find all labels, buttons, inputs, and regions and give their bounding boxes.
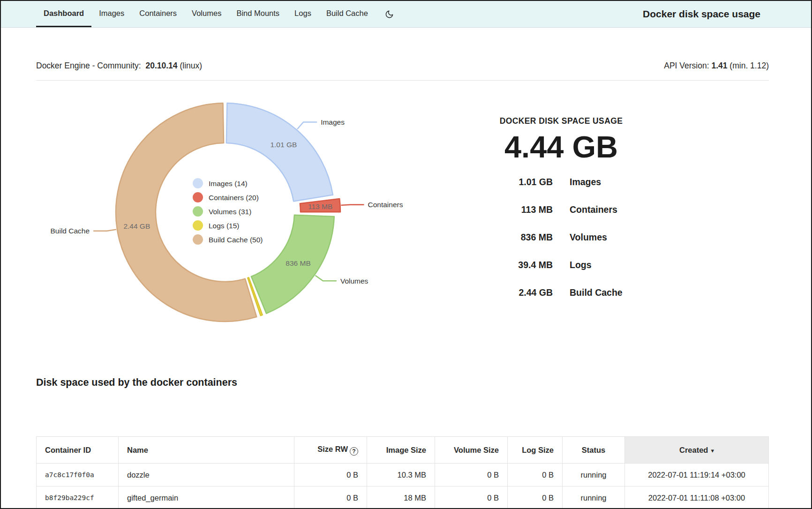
legend-item-build-cache: Build Cache (50) <box>193 234 263 245</box>
legend-swatch-build-cache <box>193 234 203 245</box>
callout-label-build-cache: Build Cache <box>51 227 90 235</box>
column-header-log-size[interactable]: Log Size <box>508 437 563 464</box>
total-disk-usage: 4.44 GB <box>451 129 671 165</box>
legend-swatch-containers <box>193 192 203 202</box>
callout-label-images: Images <box>321 118 345 126</box>
cell-created: 2022-07-01 11:19:14 +03:00 <box>625 464 769 487</box>
tab-volumes[interactable]: Volumes <box>184 1 229 27</box>
slice-value-label-containers: 113 MB <box>308 202 332 210</box>
disk-usage-summary-panel: DOCKER DISK SPACE USAGE 4.44 GB 1.01 GB … <box>451 116 671 307</box>
sort-desc-icon: ▾ <box>711 447 714 454</box>
tab-containers[interactable]: Containers <box>132 1 184 27</box>
tab-logs[interactable]: Logs <box>287 1 319 27</box>
callout-line-build-cache <box>94 230 116 231</box>
summary-value-build-cache: 2.44 GB <box>451 287 553 298</box>
dark-mode-toggle[interactable] <box>382 1 397 27</box>
cell-log-size: 0 B <box>508 487 563 509</box>
table-row: a7c8c17f0f0a dozzle 0 B 10.3 MB 0 B 0 B … <box>37 464 769 487</box>
column-header-status[interactable]: Status <box>563 437 625 464</box>
cell-size-rw: 0 B <box>294 487 367 509</box>
summary-label-images: Images <box>570 177 671 187</box>
legend-swatch-images <box>193 178 203 188</box>
column-header-volume-size[interactable]: Volume Size <box>435 437 508 464</box>
cell-volume-size: 0 B <box>435 487 508 509</box>
top-navigation-bar: Dashboard Images Containers Volumes Bind… <box>1 1 811 28</box>
cell-container-id: a7c8c17f0f0a <box>37 464 119 487</box>
engine-platform: (linux) <box>180 61 202 70</box>
summary-label-build-cache: Build Cache <box>570 287 671 298</box>
legend-item-logs: Logs (15) <box>193 220 239 231</box>
api-version-number: 1.41 <box>711 61 727 70</box>
legend-label-images: Images (14) <box>209 180 248 187</box>
legend-swatch-volumes <box>193 206 203 217</box>
legend-label-logs: Logs (15) <box>209 222 239 230</box>
slice-value-label-images: 1.01 GB <box>270 141 297 149</box>
callout-label-containers: Containers <box>368 201 403 209</box>
slice-value-label-build-cache: 2.44 GB <box>123 222 150 230</box>
disk-usage-chart-section: 1.01 GBImages113 MBContainers836 MBVolum… <box>36 81 769 362</box>
column-header-size-rw[interactable]: Size RW? <box>294 437 367 464</box>
cell-status: running <box>563 464 625 487</box>
column-header-name[interactable]: Name <box>119 437 294 464</box>
summary-rows: 1.01 GB Images 113 MB Containers 836 MB … <box>451 168 671 307</box>
summary-label-containers: Containers <box>570 204 671 215</box>
tab-bind-mounts[interactable]: Bind Mounts <box>229 1 287 27</box>
legend-swatch-logs <box>193 220 203 231</box>
page-title: Docker disk space usage <box>643 1 811 27</box>
summary-value-containers: 113 MB <box>451 204 553 215</box>
cell-status: running <box>563 487 625 509</box>
engine-version-number: 20.10.14 <box>145 61 177 70</box>
nav-tabs: Dashboard Images Containers Volumes Bind… <box>36 1 376 27</box>
table-header-row: Container ID Name Size RW? Image Size Vo… <box>37 437 769 464</box>
tab-images[interactable]: Images <box>91 1 132 27</box>
summary-label-logs: Logs <box>570 260 671 270</box>
summary-value-volumes: 836 MB <box>451 232 553 243</box>
legend-item-images: Images (14) <box>193 178 248 188</box>
api-min-version: (min. 1.12) <box>729 61 769 70</box>
cell-volume-size: 0 B <box>435 464 508 487</box>
cell-size-rw: 0 B <box>294 464 367 487</box>
legend-label-containers: Containers (20) <box>209 194 259 202</box>
cell-created: 2022-07-01 11:11:08 +03:00 <box>625 487 769 509</box>
cell-log-size: 0 B <box>508 464 563 487</box>
donut-chart: 1.01 GBImages113 MBContainers836 MBVolum… <box>36 81 449 362</box>
moon-icon <box>385 10 394 19</box>
summary-value-images: 1.01 GB <box>451 177 553 187</box>
engine-info-row: Docker Engine - Community: 20.10.14 (lin… <box>36 28 769 81</box>
containers-table-heading: Disk space used by the docker containers <box>36 377 769 389</box>
column-header-created[interactable]: Created▾ <box>625 437 769 464</box>
legend-label-build-cache: Build Cache (50) <box>209 236 263 244</box>
tab-build-cache[interactable]: Build Cache <box>319 1 376 27</box>
api-version-text: API Version: 1.41 (min. 1.12) <box>664 60 769 71</box>
summary-value-logs: 39.4 MB <box>451 260 553 270</box>
column-header-container-id[interactable]: Container ID <box>37 437 119 464</box>
tab-dashboard[interactable]: Dashboard <box>36 1 91 27</box>
docker-disk-usage-page: { "topbar": { "title": "Docker disk spac… <box>0 0 812 509</box>
help-icon[interactable]: ? <box>350 447 358 456</box>
engine-version-text: Docker Engine - Community: 20.10.14 (lin… <box>36 60 202 71</box>
legend-label-volumes: Volumes (31) <box>209 208 251 216</box>
slice-value-label-volumes: 836 MB <box>286 259 310 267</box>
main-content: Docker Engine - Community: 20.10.14 (lin… <box>1 28 811 509</box>
cell-container-id: b8f29ba229cf <box>37 487 119 509</box>
cell-name: dozzle <box>119 464 294 487</box>
callout-line-containers <box>342 205 364 205</box>
column-header-image-size[interactable]: Image Size <box>367 437 435 464</box>
callout-label-volumes: Volumes <box>340 277 368 285</box>
legend-item-containers: Containers (20) <box>193 192 259 202</box>
table-row: b8f29ba229cf gifted_germain 0 B 18 MB 0 … <box>37 487 769 509</box>
cell-name: gifted_germain <box>119 487 294 509</box>
callout-line-images <box>298 122 316 128</box>
cell-image-size: 18 MB <box>367 487 435 509</box>
containers-table: Container ID Name Size RW? Image Size Vo… <box>36 436 769 509</box>
callout-line-volumes <box>316 276 336 281</box>
summary-label-volumes: Volumes <box>570 232 671 243</box>
summary-heading: DOCKER DISK SPACE USAGE <box>451 116 671 126</box>
cell-image-size: 10.3 MB <box>367 464 435 487</box>
legend-item-volumes: Volumes (31) <box>193 206 251 217</box>
